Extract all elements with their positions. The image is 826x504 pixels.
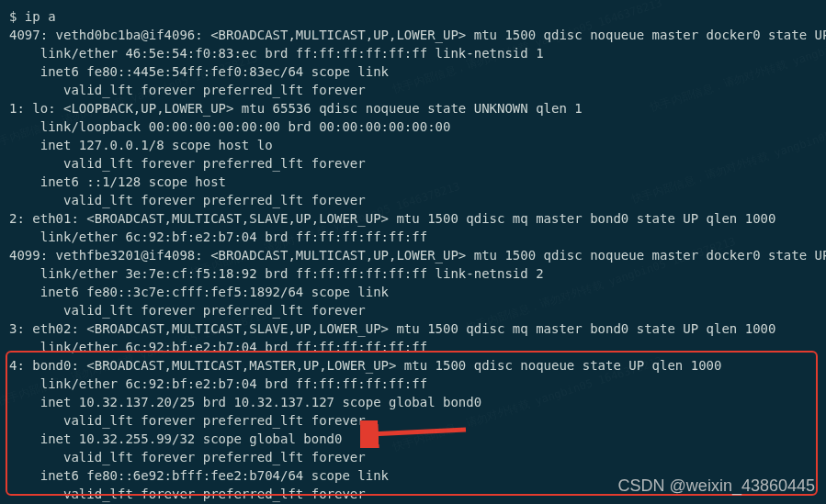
- output-line: inet6 fe80::6e92:bfff:fee2:b704/64 scope…: [9, 466, 817, 485]
- output-line: valid_lft forever preferred_lft forever: [9, 154, 817, 173]
- output-line: inet 10.32.137.20/25 brd 10.32.137.127 s…: [9, 393, 817, 411]
- output-line: inet6 fe80::3c7e:cfff:fef5:1892/64 scope…: [9, 283, 817, 301]
- output-line: inet6 ::1/128 scope host: [9, 173, 817, 191]
- output-line: inet 10.32.255.99/32 scope global bond0: [9, 430, 817, 448]
- output-line: link/loopback 00:00:00:00:00:00 brd 00:0…: [9, 118, 817, 136]
- output-line: 3: eth02: <BROADCAST,MULTICAST,SLAVE,UP,…: [9, 319, 817, 338]
- output-line: link/ether 6c:92:bf:e2:b7:04 brd ff:ff:f…: [9, 338, 817, 356]
- output-line: inet6 fe80::445e:54ff:fef0:83ec/64 scope…: [9, 62, 817, 81]
- output-line: valid_lft forever preferred_lft forever: [9, 301, 817, 319]
- output-line: link/ether 6c:92:bf:e2:b7:04 brd ff:ff:f…: [9, 375, 817, 393]
- output-line: link/ether 6c:92:bf:e2:b7:04 brd ff:ff:f…: [9, 228, 817, 246]
- output-line: link/ether 3e:7e:cf:f5:18:92 brd ff:ff:f…: [9, 264, 817, 283]
- output-line: valid_lft forever preferred_lft forever: [9, 485, 817, 503]
- output-line: valid_lft forever preferred_lft forever: [9, 81, 817, 99]
- terminal-output: $ ip a 4097: vethd0bc1ba@if4096: <BROADC…: [9, 7, 817, 503]
- output-line: valid_lft forever preferred_lft forever: [9, 448, 817, 466]
- output-line: 4097: vethd0bc1ba@if4096: <BROADCAST,MUL…: [9, 26, 817, 44]
- output-line: inet 127.0.0.1/8 scope host lo: [9, 136, 817, 154]
- command-line: $ ip a: [9, 7, 817, 26]
- output-line: 1: lo: <LOOPBACK,UP,LOWER_UP> mtu 65536 …: [9, 99, 817, 118]
- output-line: valid_lft forever preferred_lft forever: [9, 191, 817, 209]
- output-line: 2: eth01: <BROADCAST,MULTICAST,SLAVE,UP,…: [9, 209, 817, 228]
- output-line: 4: bond0: <BROADCAST,MULTICAST,MASTER,UP…: [9, 356, 817, 375]
- output-line: link/ether 46:5e:54:f0:83:ec brd ff:ff:f…: [9, 44, 817, 62]
- output-line: valid_lft forever preferred_lft forever: [9, 411, 817, 430]
- output-line: 4099: vethfbe3201@if4098: <BROADCAST,MUL…: [9, 246, 817, 264]
